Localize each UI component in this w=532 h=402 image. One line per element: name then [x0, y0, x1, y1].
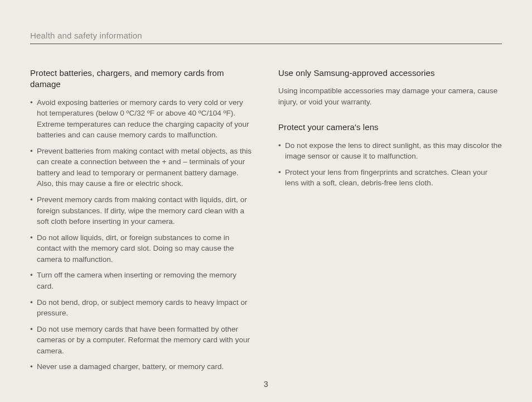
section-title-lens: Protect your camera's lens	[278, 122, 502, 133]
list-item: Do not allow liquids, dirt, or foreign s…	[30, 232, 254, 265]
bullet-list-batteries: Avoid exposing batteries or memory cards…	[30, 97, 254, 372]
bullet-list-lens: Do not expose the lens to direct sunligh…	[278, 140, 502, 189]
list-item: Prevent batteries from making contact wi…	[30, 146, 254, 189]
list-item: Never use a damaged charger, battery, or…	[30, 361, 254, 372]
section-title-protect-batteries: Protect batteries, chargers, and memory …	[30, 68, 254, 90]
list-item: Protect your lens from fingerprints and …	[278, 167, 502, 189]
list-item: Turn off the camera when inserting or re…	[30, 270, 254, 291]
list-item: Do not use memory cards that have been f…	[30, 324, 254, 357]
page-number: 3	[0, 380, 532, 389]
list-item: Prevent memory cards from making contact…	[30, 194, 254, 227]
paragraph-accessories: Using incompatible accessories may damag…	[278, 85, 502, 107]
section-title-accessories: Use only Samsung-approved accessories	[278, 68, 502, 79]
document-page: Health and safety information Protect ba…	[0, 0, 532, 402]
list-item: Avoid exposing batteries or memory cards…	[30, 97, 254, 141]
left-column: Protect batteries, chargers, and memory …	[30, 68, 254, 377]
content-columns: Protect batteries, chargers, and memory …	[30, 68, 502, 377]
list-item: Do not bend, drop, or subject memory car…	[30, 297, 254, 319]
page-header: Health and safety information	[30, 31, 502, 44]
right-column: Use only Samsung-approved accessories Us…	[278, 68, 502, 377]
list-item: Do not expose the lens to direct sunligh…	[278, 140, 502, 162]
